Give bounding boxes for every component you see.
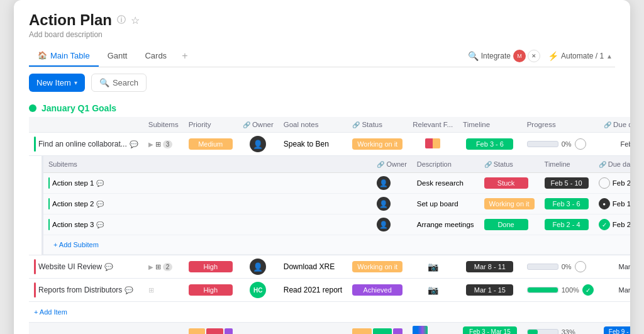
status-badge[interactable]: Working on it [352, 138, 402, 150]
sub-duedate-circle[interactable] [599, 177, 610, 189]
timeline-badge3[interactable]: Mar 1 - 15 [466, 284, 513, 296]
progress-circle-btn2[interactable] [575, 261, 586, 272]
sub-comment-icon2[interactable]: 💬 [96, 201, 104, 208]
timeline-badge2[interactable]: Mar 8 - 11 [466, 261, 513, 272]
summary-notes [279, 323, 347, 335]
comment-icon3[interactable]: 💬 [125, 286, 133, 294]
add-subitem-button[interactable]: + Add Subitem [48, 238, 104, 251]
relevant-cell [408, 133, 458, 156]
board-description[interactable]: Add board description [29, 30, 615, 39]
sub-row-bar [48, 177, 50, 189]
sub-timeline-badge3[interactable]: Feb 2 - 4 [545, 219, 589, 230]
item-action-icons3: 💬 [125, 286, 133, 294]
item-name-cell-3: Reports from Distributors 💬 [29, 279, 143, 302]
duedate-link-icon: 🔗 [604, 121, 611, 128]
sub-name-text3[interactable]: Action step 3 [52, 221, 94, 228]
add-item-cell: + Add Item [29, 302, 630, 323]
status-badge2[interactable]: Working on it [352, 261, 402, 272]
sub-timeline-badge[interactable]: Feb 5 - 10 [545, 177, 589, 189]
subitems-icon3: ⊞ [148, 286, 154, 294]
tab-main-table-label: Main Table [50, 51, 90, 60]
due-date-text2: Mar 12 [619, 263, 630, 270]
comment-icon[interactable]: 💬 [130, 140, 138, 148]
sub-timeline3: Feb 2 - 4 [540, 214, 594, 235]
arrow-icon2[interactable]: ▶ [148, 264, 153, 270]
sub-comment-icon[interactable]: 💬 [96, 180, 104, 187]
priority-badge[interactable]: Medium [189, 138, 233, 150]
automate-button[interactable]: ⚡ Automate / 1 ▲ [548, 51, 613, 61]
summary-duedate: Feb 9 - Mar 22 [599, 323, 630, 335]
arrow-icon[interactable]: ▶ [148, 141, 153, 148]
tab-gantt[interactable]: Gantt [99, 46, 136, 67]
camera-icon: 📷 [428, 262, 438, 272]
sub-duedate: Feb 24 [594, 173, 630, 194]
add-subitem-row: + Add Subitem [43, 235, 630, 255]
progress-circle-btn3[interactable]: ✓ [582, 284, 594, 296]
search-icon: 🔍 [99, 78, 109, 87]
main-table-group1: Subitems Priority 🔗 Owner Goal notes 🔗 S… [29, 117, 630, 334]
search-box[interactable]: 🔍 Search [91, 74, 147, 92]
tabs-left: 🏠 Main Table Gantt Cards + [29, 45, 194, 67]
priority-badge3[interactable]: High [189, 284, 233, 296]
add-item-button[interactable]: + Add Item [34, 305, 630, 319]
sub-status-badge2[interactable]: Working on it [484, 198, 535, 209]
progress-pct: 0% [562, 140, 572, 148]
search-label: Search [113, 78, 138, 87]
sub-status-badge[interactable]: Stuck [484, 177, 528, 189]
timeline-cell3: Mar 1 - 15 [458, 279, 522, 302]
group1-title: January Q1 Goals [42, 103, 116, 113]
progress-pct2: 0% [562, 263, 572, 270]
sub-duedate-circle2[interactable]: ● [599, 198, 610, 209]
sub-description: Desk research [412, 173, 479, 194]
tab-cards-label: Cards [145, 51, 167, 60]
subitems-icon: ⊞ [155, 140, 161, 148]
relevant-cell2: 📷 [408, 255, 458, 279]
summary-owner [238, 323, 279, 335]
tab-main-table[interactable]: 🏠 Main Table [29, 46, 99, 67]
sub-name-text2[interactable]: Action step 2 [52, 200, 94, 208]
sub-timeline: Feb 5 - 10 [540, 173, 594, 194]
new-item-button[interactable]: New Item ▾ [29, 74, 85, 92]
summary-status-bar2 [373, 328, 392, 335]
info-icon[interactable]: ⓘ [117, 14, 126, 26]
table-row: Action step 1 💬 👤 Desk research [43, 173, 630, 194]
sub-duedate-circle3[interactable]: ✓ [599, 219, 610, 230]
star-icon[interactable]: ☆ [131, 14, 140, 26]
status-cell3: Achieved [347, 279, 408, 302]
col-header-timeline: Timeline [458, 117, 522, 133]
sub-item-name2: Action step 2 💬 [43, 194, 372, 214]
comment-icon2[interactable]: 💬 [104, 263, 113, 271]
progress-pct3: 100% [562, 286, 579, 294]
summary-priority-bar3 [225, 328, 233, 335]
col-header-priority: Priority [184, 117, 238, 133]
item-name2[interactable]: Website UI Review [38, 262, 102, 271]
progress-circle-btn[interactable] [575, 138, 586, 150]
automate-chevron-icon: ▲ [606, 53, 613, 60]
sub-status2: Working on it [479, 194, 540, 214]
summary-progress-fill [528, 330, 538, 335]
table-header-row: Subitems Priority 🔗 Owner Goal notes 🔗 S… [29, 117, 630, 133]
sub-status-badge3[interactable]: Done [484, 219, 528, 230]
integrate-button[interactable]: 🔍 Integrate M ✕ [468, 50, 540, 62]
owner-cell: 👤 [238, 133, 279, 156]
timeline-badge[interactable]: Feb 3 - 6 [466, 138, 513, 150]
priority-badge2[interactable]: High [189, 261, 233, 272]
timeline-cell2: Mar 8 - 11 [458, 255, 522, 279]
progress-container: 0% [527, 138, 594, 150]
sub-timeline-badge2[interactable]: Feb 3 - 6 [545, 198, 589, 209]
tab-cards[interactable]: Cards [136, 46, 175, 67]
item-name[interactable]: Find an online collaborat... [38, 140, 127, 148]
search-integrate-icon: 🔍 [468, 51, 479, 61]
summary-progress: 33% [522, 323, 599, 335]
tab-add-button[interactable]: + [175, 45, 194, 67]
sub-name-text[interactable]: Action step 1 [52, 179, 94, 187]
summary-empty [29, 323, 184, 335]
col-header-duedate: 🔗 Due date [599, 117, 630, 133]
due-date-text: Feb 9 [621, 140, 630, 148]
summary-priority-bar2 [206, 328, 223, 335]
row-color-bar2 [34, 259, 36, 274]
status-badge3[interactable]: Achieved [352, 284, 402, 296]
item-name3[interactable]: Reports from Distributors [38, 286, 122, 294]
sub-comment-icon3[interactable]: 💬 [96, 221, 104, 228]
tab-bar: 🏠 Main Table Gantt Cards + 🔍 Integrate M [29, 45, 615, 67]
